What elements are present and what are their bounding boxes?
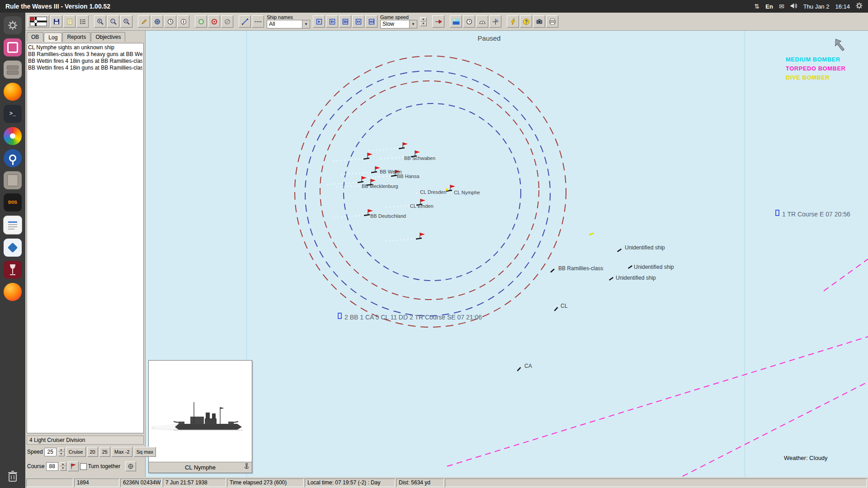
target-button[interactable]: [208, 15, 220, 28]
max-minus-2-button[interactable]: Max -2: [112, 447, 132, 457]
language-indicator[interactable]: En: [765, 3, 773, 10]
ship-names-control: Ship names All ▼: [267, 14, 310, 28]
game-speed-dropdown[interactable]: Slow ▼: [380, 20, 417, 28]
turn-together-checkbox[interactable]: [80, 463, 87, 470]
map-canvas[interactable]: [146, 31, 868, 477]
dock-dosbox-icon[interactable]: DOS: [4, 193, 22, 211]
clock-date[interactable]: Thu Jan 2: [803, 3, 830, 10]
aircraft-marker: [589, 233, 594, 235]
session-gear-icon[interactable]: [856, 2, 863, 10]
panel-tabs: OB Log Reports Objectives: [25, 31, 145, 42]
range-circle-button[interactable]: [221, 15, 233, 28]
spinner-down-icon[interactable]: ▼: [58, 452, 65, 456]
dock-settings-icon[interactable]: [4, 16, 22, 34]
dock-terminal-icon[interactable]: >_: [4, 105, 22, 123]
ship-names-label: Ship names: [267, 14, 310, 20]
order-of-battle-button[interactable]: [76, 15, 89, 28]
pencil-button[interactable]: [138, 15, 150, 28]
tab-log[interactable]: Log: [44, 33, 62, 42]
dock-keyring-icon[interactable]: [4, 149, 22, 167]
plot-dots-button[interactable]: [252, 15, 264, 28]
chevron-down-icon[interactable]: ▼: [302, 20, 310, 28]
ruler-button[interactable]: [239, 15, 251, 28]
track-aircraft-button[interactable]: [489, 15, 501, 28]
clock-time[interactable]: 16:14: [835, 3, 850, 10]
ship-wheel-button[interactable]: [151, 15, 163, 28]
input-switch-icon[interactable]: ⇅: [755, 3, 760, 10]
ship-viewer[interactable]: CL Nymphe: [148, 360, 252, 473]
spinner-up-icon[interactable]: ▲: [420, 17, 427, 22]
advance-arrow-button[interactable]: [432, 15, 444, 28]
dock-text-editor-icon[interactable]: [3, 216, 22, 235]
speed-field[interactable]: 25: [44, 448, 57, 456]
time-clock-button[interactable]: [463, 15, 475, 28]
log-entry: BB Wettin fires 4 18in guns at BB Ramill…: [28, 65, 142, 71]
dock-virtualbox-icon[interactable]: [4, 239, 22, 257]
spinner-up-icon[interactable]: ▲: [60, 462, 66, 467]
signals-lightning-button[interactable]: [507, 15, 519, 28]
notes-button[interactable]: [63, 15, 75, 28]
anchor-icon[interactable]: [244, 463, 250, 471]
help-button[interactable]: ?: [520, 15, 532, 28]
ship-names-value: All: [267, 20, 302, 28]
battle-map[interactable]: Paused MEDIUM BOMBER TORPEDO BOMBER DIVE…: [146, 31, 868, 477]
tab-objectives[interactable]: Objectives: [91, 32, 125, 42]
formation-button[interactable]: [125, 461, 136, 471]
protractor-button[interactable]: [476, 15, 488, 28]
game-speed-value: Slow: [381, 20, 409, 28]
game-speed-spinner[interactable]: ▲ ▼: [420, 17, 427, 26]
speed-spinner[interactable]: ▲▼: [58, 448, 65, 456]
time-step-3-button[interactable]: [339, 15, 351, 28]
dock-firefox-icon[interactable]: [4, 83, 22, 101]
speed-25-button[interactable]: 25: [99, 447, 110, 457]
dock-trash-icon[interactable]: [4, 467, 22, 485]
chevron-down-icon[interactable]: ▼: [409, 20, 417, 28]
clock-button[interactable]: [164, 15, 176, 28]
time-step-1-button[interactable]: [313, 15, 325, 28]
compass-button[interactable]: [177, 15, 189, 28]
time-step-4-button[interactable]: [352, 15, 364, 28]
status-time-elapsed: Time elapsed 273 (600): [227, 479, 304, 487]
spinner-down-icon[interactable]: ▼: [60, 466, 66, 471]
group-flag-markers[interactable]: [338, 210, 779, 319]
ship-names-dropdown[interactable]: All ▼: [267, 20, 310, 28]
signal-flag-button[interactable]: [68, 461, 79, 471]
tab-reports[interactable]: Reports: [62, 32, 90, 42]
zoom-out-button[interactable]: [107, 15, 119, 28]
fleet-group-label: 2 BB 1 CA 5 CL 11 DD 2 TR Course SE 07 2…: [344, 314, 482, 321]
side-panel: OB Log Reports Objectives CL Nymphe sigh…: [25, 31, 146, 477]
ensign-flag-button[interactable]: [28, 15, 49, 28]
volume-icon[interactable]: [790, 3, 797, 10]
tr-group-label: 1 TR Course E 07 20:56: [782, 211, 850, 218]
speed-20-button[interactable]: 20: [87, 447, 98, 457]
paused-indicator: Paused: [453, 34, 525, 42]
print-button[interactable]: [546, 15, 558, 28]
dock-firefox-alt-icon[interactable]: [4, 283, 22, 301]
course-field[interactable]: 88: [46, 462, 58, 471]
zoom-in-button[interactable]: [94, 15, 106, 28]
screen: Rule the Waves III - Version 1.00.52 ⇅ E…: [0, 0, 868, 488]
course-spinner[interactable]: ▲▼: [60, 462, 66, 471]
save-button[interactable]: [50, 15, 62, 28]
green-status-button[interactable]: [195, 15, 207, 28]
sq-max-button[interactable]: Sq max: [134, 447, 156, 457]
spinner-up-icon[interactable]: ▲: [58, 448, 65, 452]
dock-file-cabinet-icon[interactable]: [4, 171, 22, 189]
dock-software-icon[interactable]: [4, 38, 22, 56]
cruise-button[interactable]: Cruise: [66, 447, 86, 457]
division-name-row[interactable]: 4 Light Cruiser Division: [27, 436, 144, 445]
ship-label: CA: [524, 363, 532, 369]
map-view-button[interactable]: [450, 15, 462, 28]
time-step-2-button[interactable]: [326, 15, 338, 28]
mail-icon[interactable]: ✉: [779, 3, 784, 10]
tab-ob[interactable]: OB: [27, 32, 43, 42]
weather-line: Weather: Cloudy: [784, 454, 865, 463]
spinner-down-icon[interactable]: ▼: [420, 22, 427, 26]
zoom-fit-button[interactable]: [120, 15, 132, 28]
screenshot-button[interactable]: [533, 15, 545, 28]
dock-wine-icon[interactable]: [4, 261, 22, 279]
dock-game-center-icon[interactable]: [4, 127, 22, 145]
dock-archive-icon[interactable]: [4, 61, 22, 79]
battle-log-list[interactable]: CL Nymphe sights an unknown ship BB Rami…: [27, 43, 144, 433]
time-step-5-button[interactable]: [365, 15, 377, 28]
